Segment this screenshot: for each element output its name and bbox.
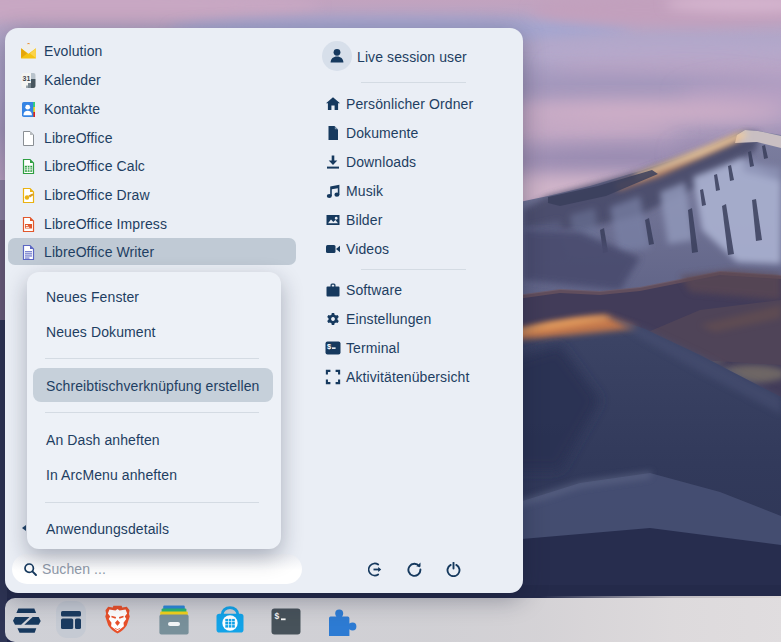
svg-text:31: 31 xyxy=(23,74,31,81)
svg-text:$: $ xyxy=(275,611,280,621)
